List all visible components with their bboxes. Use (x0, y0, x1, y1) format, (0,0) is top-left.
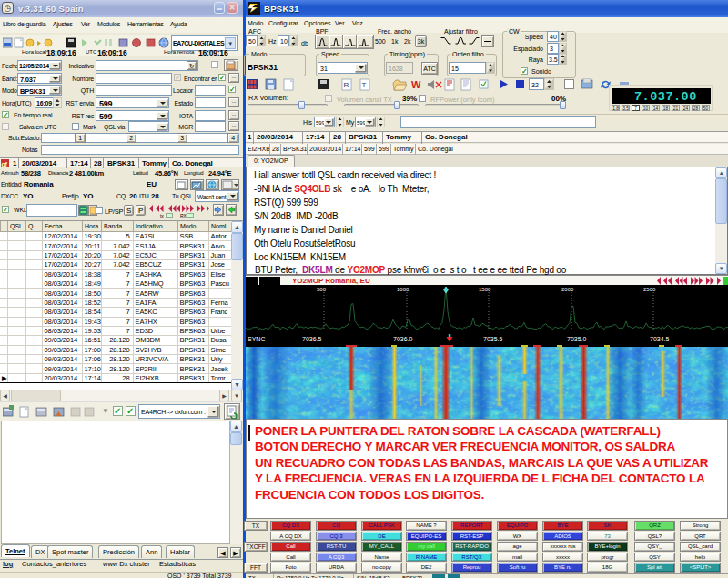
svg-text:1000: 1000 (397, 287, 410, 292)
svg-text:R: R (344, 81, 349, 89)
svg-text:1500: 1500 (479, 287, 491, 292)
svg-text:gf: gf (2, 161, 8, 168)
svg-text:W: W (411, 79, 421, 90)
svg-text:2500: 2500 (643, 287, 656, 292)
svg-text:2000: 2000 (561, 287, 574, 292)
svg-text:500: 500 (317, 287, 327, 292)
svg-text:T: T (362, 81, 367, 89)
